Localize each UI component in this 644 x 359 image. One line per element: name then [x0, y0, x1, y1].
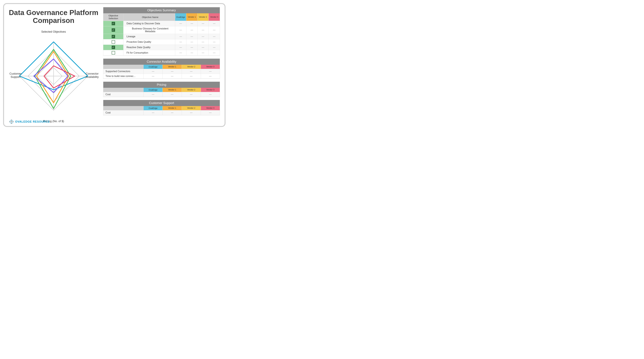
objective-selection-cell[interactable]: ✓ — [103, 34, 124, 39]
value-cell: — — [163, 92, 182, 97]
support-header: OvalEdge Vendor 1 Vendor 2 Vendor 3 — [103, 106, 220, 110]
value-cell: — — [201, 110, 220, 115]
checkbox-checked-icon[interactable]: ✓ — [112, 28, 115, 32]
value-cell: — — [163, 74, 182, 79]
col-blank — [103, 106, 144, 110]
value-cell: — — [182, 92, 201, 97]
value-cell: — — [175, 50, 186, 55]
right-panel: Objectives Summary Objective Selection O… — [103, 7, 220, 124]
main-layout: Data Governance Platform Comparison Sele… — [9, 7, 220, 124]
svg-marker-10 — [36, 51, 69, 103]
objective-name-cell: Reactive Data Quality — [124, 45, 175, 50]
value-cell: — — [209, 21, 220, 26]
value-cell: — — [175, 34, 186, 39]
radar-chart: Selected Objectives Connector Availabili… — [9, 27, 98, 124]
col-vendor-2: Vendor 2 — [182, 88, 201, 92]
value-cell: — — [182, 74, 201, 79]
objective-selection-cell[interactable]: ✓ — [103, 26, 124, 34]
table-row: Time to build new connec...———— — [103, 74, 220, 79]
value-cell: — — [201, 69, 220, 74]
value-cell: — — [144, 110, 163, 115]
checkbox-checked-icon[interactable]: ✓ — [112, 35, 115, 38]
connector-title: Connector Availability — [103, 59, 220, 65]
table-row: ✓Business Glossary for Consistent Metada… — [103, 26, 220, 34]
objectives-table: Objectives Summary Objective Selection O… — [103, 7, 220, 56]
support-title: Customer Support — [103, 100, 220, 106]
ovaledge-logo-icon — [9, 119, 14, 124]
col-vendor-1: Vendor 1 — [163, 65, 182, 69]
pricing-title: Pricing — [103, 82, 220, 88]
table-row: Supported Connectors———— — [103, 69, 220, 74]
col-blank — [103, 65, 144, 69]
page-frame: Data Governance Platform Comparison Sele… — [3, 3, 226, 127]
col-vendor-2: Vendor 2 — [182, 65, 201, 69]
value-cell: — — [175, 26, 186, 34]
col-objective-name: Objective Name — [124, 13, 175, 21]
value-cell: — — [144, 74, 163, 79]
objective-name-cell: Business Glossary for Consistent Metadat… — [124, 26, 175, 34]
objective-selection-cell[interactable]: ✓ — [103, 21, 124, 26]
value-cell: — — [209, 45, 220, 50]
value-cell: — — [186, 26, 198, 34]
value-cell: — — [182, 110, 201, 115]
value-cell: — — [201, 74, 220, 79]
col-ovaledge: OvalEdge — [144, 106, 163, 110]
table-row: Proactive Data Quality———— — [103, 39, 220, 45]
col-vendor-1: Vendor 1 — [163, 106, 182, 110]
footer-text: OVALEDGE RESOURCE — [15, 120, 50, 123]
table-row: ✓Data Catalog to Discover Data———— — [103, 21, 220, 26]
objectives-header: Objective Selection Objective Name OvalE… — [103, 13, 220, 21]
connector-table: Connector Availability OvalEdge Vendor 1… — [103, 58, 220, 79]
objective-selection-cell[interactable] — [103, 50, 124, 55]
checkbox-checked-icon[interactable]: ✓ — [112, 46, 115, 49]
value-cell: — — [209, 34, 220, 39]
value-cell: — — [182, 69, 201, 74]
footer-logo: OVALEDGE RESOURCE — [9, 119, 50, 124]
value-cell: — — [175, 45, 186, 50]
table-row: Cost———— — [103, 92, 220, 97]
value-cell: — — [186, 34, 198, 39]
page-title: Data Governance Platform Comparison — [9, 9, 98, 24]
value-cell: — — [198, 50, 209, 55]
col-objective-selection: Objective Selection — [103, 13, 124, 21]
connector-header: OvalEdge Vendor 1 Vendor 2 Vendor 3 — [103, 65, 220, 69]
objective-selection-cell[interactable] — [103, 39, 124, 45]
value-cell: — — [198, 34, 209, 39]
pricing-table: Pricing OvalEdge Vendor 1 Vendor 2 Vendo… — [103, 82, 220, 97]
axis-label-top: Selected Objectives — [41, 30, 66, 33]
objective-name-cell: Fit for Consumption — [124, 50, 175, 55]
support-table: Customer Support OvalEdge Vendor 1 Vendo… — [103, 100, 220, 115]
value-cell: — — [144, 69, 163, 74]
table-row: ✓Reactive Data Quality———— — [103, 45, 220, 50]
objective-name-cell: Proactive Data Quality — [124, 39, 175, 45]
col-vendor-3: Vendor 3 — [201, 88, 220, 92]
col-vendor-1: Vendor 1 — [163, 88, 182, 92]
objectives-title: Objectives Summary — [103, 7, 220, 13]
col-ovaledge: OvalEdge — [144, 88, 163, 92]
checkbox-unchecked-icon[interactable] — [112, 51, 115, 54]
value-cell: — — [198, 21, 209, 26]
axis-label-left: Customer Support — [8, 72, 23, 79]
col-ovaledge: OvalEdge — [175, 13, 186, 21]
col-vendor-3: Vendor 3 — [201, 106, 220, 110]
table-row: Fit for Consumption———— — [103, 50, 220, 55]
value-cell: — — [201, 92, 220, 97]
value-cell: — — [209, 50, 220, 55]
checkbox-unchecked-icon[interactable] — [112, 40, 115, 44]
row-label: Cost — [103, 92, 144, 97]
value-cell: — — [186, 39, 198, 45]
objective-name-cell: Data Catalog to Discover Data — [124, 21, 175, 26]
col-vendor-1: Vendor 1 — [186, 13, 198, 21]
table-row: Cost———— — [103, 110, 220, 115]
value-cell: — — [198, 45, 209, 50]
col-vendor-2: Vendor 2 — [198, 13, 209, 21]
value-cell: — — [186, 50, 198, 55]
table-row: ✓Lineage———— — [103, 34, 220, 39]
checkbox-checked-icon[interactable]: ✓ — [112, 22, 115, 25]
value-cell: — — [163, 110, 182, 115]
col-vendor-3: Vendor 3 — [209, 13, 220, 21]
value-cell: — — [144, 92, 163, 97]
row-label: Supported Connectors — [103, 69, 144, 74]
objective-selection-cell[interactable]: ✓ — [103, 45, 124, 50]
row-label: Cost — [103, 110, 144, 115]
